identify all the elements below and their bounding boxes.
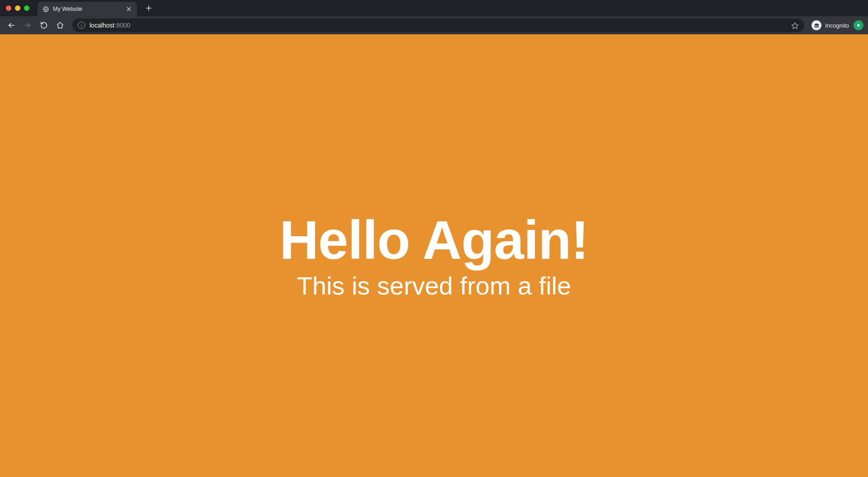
window-close-button[interactable] (6, 5, 11, 11)
back-button[interactable] (5, 19, 18, 32)
svg-point-8 (815, 25, 816, 27)
browser-tab-active[interactable]: My Website (38, 2, 137, 16)
page-heading: Hello Again! (279, 211, 589, 268)
new-tab-button[interactable] (142, 2, 155, 14)
home-button[interactable] (53, 19, 67, 32)
svg-marker-7 (792, 22, 798, 28)
page-viewport: Hello Again! This is served from a file (0, 34, 868, 477)
window-maximize-button[interactable] (24, 5, 29, 11)
window-titlebar: My Website (0, 0, 868, 16)
url-port: :8000 (114, 22, 130, 29)
window-controls (6, 5, 29, 11)
site-info-icon[interactable]: i (78, 22, 85, 29)
globe-icon (42, 5, 49, 13)
extension-badge[interactable] (854, 20, 863, 30)
forward-button[interactable] (21, 19, 34, 32)
reload-button[interactable] (37, 19, 51, 32)
bookmark-star-icon[interactable] (791, 21, 799, 29)
svg-point-9 (816, 25, 818, 27)
tab-close-button[interactable] (125, 5, 132, 13)
window-minimize-button[interactable] (15, 5, 20, 11)
browser-toolbar: i localhost:8000 Incognito (0, 16, 868, 34)
url-host: localhost (90, 22, 114, 29)
incognito-icon (811, 20, 821, 30)
address-bar[interactable]: i localhost:8000 (72, 19, 804, 32)
url-text: localhost:8000 (90, 22, 130, 29)
page-subheading: This is served from a file (297, 271, 571, 300)
incognito-label: Incognito (825, 22, 849, 29)
tab-title: My Website (53, 6, 122, 12)
incognito-indicator[interactable]: Incognito (811, 20, 849, 30)
